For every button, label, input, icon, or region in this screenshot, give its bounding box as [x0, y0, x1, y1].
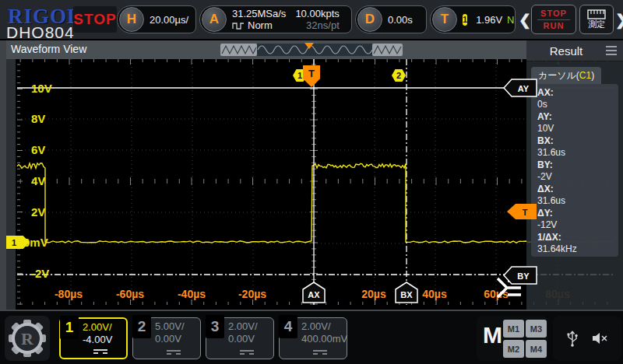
channel4-dc-coupling-icon [313, 350, 327, 355]
trigger-menu-button[interactable]: T 1 1.96V N [430, 5, 516, 33]
run-state-badge[interactable]: STOP [73, 6, 117, 33]
delay-key-icon[interactable]: D [357, 7, 382, 32]
result-title: Result [526, 44, 606, 58]
math2-button[interactable]: M2 [503, 340, 524, 358]
channel4-offset: 400.00mV [301, 333, 347, 345]
result-item-dy: ΔY:-12V [537, 208, 618, 231]
channel4-number: 4 [279, 315, 297, 338]
math3-button[interactable]: M3 [526, 320, 547, 338]
result-item-dx: ΔX:31.6us [537, 184, 618, 207]
channel1-button[interactable]: 1 2.00V/-4.00V [59, 317, 128, 359]
channel3-dc-coupling-icon [240, 350, 254, 355]
trigger-position-label: T [308, 68, 315, 79]
delay-menu-button[interactable]: D 0.00s [355, 5, 427, 33]
time-label-20: 20µs [361, 288, 385, 300]
result-item-bx: BX:31.6us [537, 135, 618, 159]
stop-run-line1: STOP [537, 8, 570, 20]
toolbar-next-chevron[interactable]: ❯ [615, 11, 623, 29]
sample-interval: 32ns/pt [306, 19, 340, 31]
channel1-offset: -4.00V [83, 334, 112, 346]
time-label-neg20: -20µs [238, 288, 266, 300]
cursor-ax-label[interactable]: AX [302, 282, 326, 303]
svg-text:BX: BX [400, 290, 413, 299]
memory-depth: 10.00kpts [295, 8, 339, 19]
math1-button[interactable]: M1 [503, 320, 524, 338]
system-gear-button[interactable]: R [5, 316, 50, 361]
oscilloscope-screen: RIGOL STOP H 20.00µs/ A 31.25MSa/s Norm … [0, 0, 623, 364]
sample-rate: 31.25MSa/s [232, 8, 286, 19]
channel3-number: 3 [206, 315, 224, 338]
stop-run-line2: RUN [544, 20, 565, 31]
acquisition-menu-button[interactable]: A 31.25MSa/s Norm 10.00kpts 32ns/pt [199, 5, 352, 33]
result-tab-cursor[interactable]: カーソル(C1) [531, 67, 601, 84]
io-status-panel [553, 316, 621, 361]
bottom-status-bar: R 1 2.00V/-4.00V 2 5.00V/0.00V 3 2.00V/0… [0, 310, 623, 364]
voltage-label-6v: 6V [31, 143, 45, 156]
delay-value: 0.00s [388, 14, 413, 26]
toolbar-prev-chevron[interactable]: ❮ [519, 11, 531, 29]
channel1-dc-coupling-icon [93, 349, 107, 354]
result-item-by: BY:-2V [537, 159, 618, 183]
ruler-icon [587, 9, 606, 19]
channel3-scale: 2.00V/ [228, 320, 258, 333]
channel1-scale: 2.00V/ [83, 321, 112, 334]
trigger-level-marker[interactable]: T [506, 203, 537, 220]
cursor-bx-label[interactable]: BX [395, 282, 418, 303]
result-menu-icon[interactable] [606, 44, 617, 58]
time-label-neg80: -80µs [55, 288, 83, 300]
math4-button[interactable]: M4 [526, 340, 547, 358]
speaker-mute-icon[interactable] [591, 331, 608, 345]
trigger-level: 1.96V [476, 14, 502, 26]
measure-button[interactable]: 測定 [579, 5, 614, 34]
result-tab-prefix: カーソル( [538, 69, 579, 82]
measure-label: 測定 [588, 19, 605, 30]
svg-text:T: T [523, 208, 528, 217]
trigger-source-badge: 1 [463, 14, 467, 26]
result-panel: Result カーソル(C1) AX:0s AY:10V BX:31.6us B… [526, 40, 623, 310]
cursor-ay-label[interactable]: AY [503, 79, 537, 97]
acquisition-key-icon[interactable]: A [202, 7, 227, 32]
math-panel: M M1 M3 M2 M4 [477, 316, 548, 361]
channel3-button[interactable]: 3 2.00V/0.00V [206, 317, 274, 359]
channel3-offset: 0.00V [228, 333, 258, 345]
voltage-label-2v: 2V [31, 205, 45, 219]
channel2-number: 2 [132, 315, 151, 338]
result-values-list: AX:0s AY:10V BX:31.6us BY:-2V ΔX:31.6us … [531, 84, 618, 257]
model-name: DHO804 [6, 23, 75, 42]
trigger-status: N [507, 14, 514, 26]
stop-run-button[interactable]: STOP RUN [531, 5, 576, 34]
time-label-40: 40µs [422, 288, 446, 300]
voltage-label-neg2v: -2V [31, 267, 49, 280]
math-button[interactable]: M [483, 322, 502, 348]
result-tab-channel: C1 [579, 70, 591, 81]
channel2-offset: 0.00V [155, 333, 185, 345]
waveform-view-title: Waveform View [11, 43, 86, 55]
result-item-ay: AY:10V [537, 111, 618, 135]
svg-text:AX: AX [308, 290, 320, 299]
channel2-scale: 5.00V/ [155, 320, 185, 333]
svg-text:R: R [21, 329, 34, 348]
svg-text:AY: AY [518, 84, 530, 93]
result-panel-header: Result [526, 40, 623, 61]
trigger-key-icon[interactable]: T [432, 7, 457, 32]
horizontal-scale: 20.00µs/ [150, 14, 188, 26]
time-label-neg60: -60µs [116, 288, 144, 300]
left-inner-strip [6, 40, 16, 310]
cursor-by-label[interactable]: BY [503, 266, 537, 285]
channel4-button[interactable]: 4 2.00V/400.00mV [279, 317, 347, 359]
result-tab-suffix: ) [591, 70, 594, 81]
horizontal-menu-button[interactable]: H 20.00µs/ [117, 5, 196, 33]
channel4-scale: 2.00V/ [301, 320, 347, 333]
channel2-button[interactable]: 2 5.00V/0.00V [132, 317, 201, 359]
time-label-neg40: -40µs [178, 288, 206, 300]
result-item-ax: AX:0s [537, 87, 618, 110]
channel2-dc-coupling-icon [167, 350, 181, 355]
waveform-overview-strip[interactable] [220, 42, 403, 56]
acquire-mode: Norm [248, 19, 273, 31]
top-toolbar: RIGOL STOP H 20.00µs/ A 31.25MSa/s Norm … [0, 0, 623, 39]
voltage-label-4v: 4V [31, 174, 45, 187]
result-item-inv-dx: 1/ΔX:31.64kHz [537, 232, 618, 255]
horizontal-key-icon[interactable]: H [119, 7, 144, 32]
channel1-number: 1 [60, 316, 79, 339]
gear-icon: R [5, 316, 50, 361]
